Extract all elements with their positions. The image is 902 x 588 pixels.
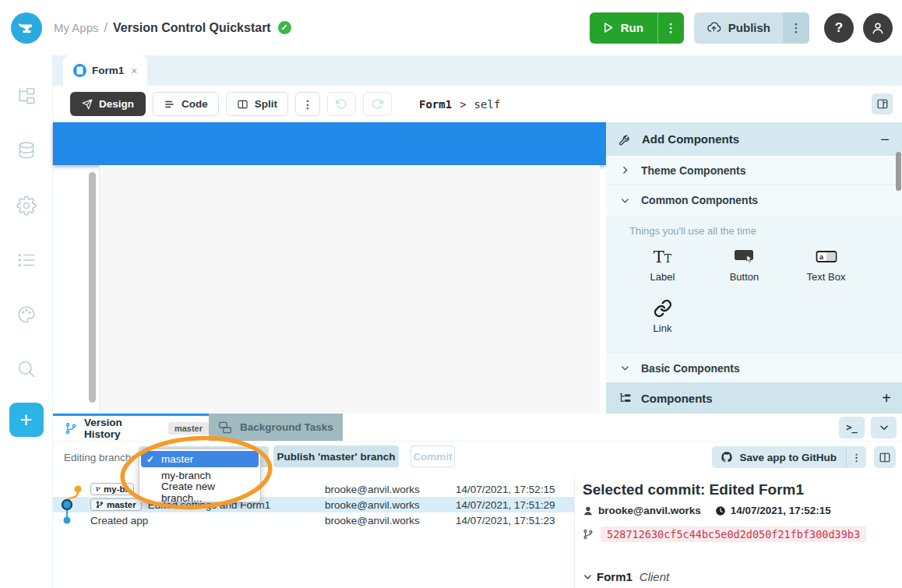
- section-basic-components[interactable]: Basic Components: [606, 353, 902, 382]
- console-button[interactable]: >_: [839, 417, 865, 438]
- breadcrumb-app-name[interactable]: Version Control Quickstart: [113, 21, 271, 35]
- sidebar-item-app-browser[interactable]: [0, 69, 52, 124]
- toolbar-more-button[interactable]: ⋮: [295, 92, 320, 116]
- theme-components-label: Theme Components: [641, 164, 746, 177]
- component-button[interactable]: Button: [703, 246, 785, 298]
- github-menu-button[interactable]: ⋮: [846, 446, 866, 468]
- account-button[interactable]: [863, 13, 893, 43]
- collapse-icon[interactable]: −: [880, 132, 890, 147]
- panel-layout-toggle-button[interactable]: [872, 93, 893, 114]
- redo-button[interactable]: [363, 92, 392, 116]
- sidebar-item-logs[interactable]: [0, 233, 52, 287]
- list-icon: [16, 250, 37, 270]
- publish-menu-button[interactable]: ⋮: [783, 12, 809, 44]
- kebab-icon: ⋮: [665, 21, 677, 35]
- bottom-panel: Version History master Background Tasks …: [53, 414, 902, 588]
- common-components-body: Things you'll use all the time TT Label …: [606, 215, 902, 353]
- run-button[interactable]: Run: [590, 12, 657, 44]
- commit-hash[interactable]: 528712630cf5c44bc5e0d2d050f21fbf300d39b3: [601, 526, 866, 542]
- code-view-button[interactable]: Code: [153, 92, 219, 116]
- save-github-label: Save app to GitHub: [739, 452, 837, 463]
- panel-divider: [574, 474, 575, 588]
- kebab-icon: ⋮: [302, 98, 313, 111]
- kebab-icon: ⋮: [791, 21, 802, 35]
- commit-button[interactable]: Commit: [410, 445, 455, 467]
- help-button[interactable]: ?: [824, 13, 854, 43]
- user-icon: [583, 505, 594, 516]
- component-label[interactable]: TT Label: [622, 246, 703, 298]
- sidebar-item-settings[interactable]: [0, 178, 52, 233]
- canvas-scrollbar[interactable]: [89, 172, 96, 403]
- sidebar-add-button[interactable]: +: [9, 403, 44, 437]
- sidebar-item-theme[interactable]: [0, 287, 52, 342]
- split-icon: [237, 99, 248, 110]
- components-tree-header[interactable]: Components +: [606, 382, 902, 414]
- github-icon: [721, 451, 733, 463]
- branch-tag-master: master: [90, 498, 142, 511]
- commit-message: Created app: [90, 515, 148, 526]
- tab-form1[interactable]: Form1 ×: [63, 55, 147, 86]
- changed-file-row[interactable]: Form1 Client: [583, 570, 896, 583]
- undo-icon: [336, 98, 347, 110]
- publish-button[interactable]: Publish: [694, 12, 783, 44]
- panel-scrollbar[interactable]: [896, 152, 901, 191]
- publish-branch-button[interactable]: Publish 'master' branch: [273, 445, 399, 467]
- section-theme-components[interactable]: Theme Components: [606, 156, 902, 185]
- bottom-tab-row: Version History master Background Tasks …: [53, 414, 902, 442]
- component-link[interactable]: Link: [622, 298, 703, 349]
- chevron-down-icon: [879, 422, 890, 433]
- component-textbox[interactable]: a Text Box: [785, 246, 867, 298]
- commit-date: 14/07/2021, 17:51:23: [456, 515, 555, 526]
- add-components-header[interactable]: Add Components −: [606, 122, 902, 156]
- branch-tag-my-branch: my-br: [90, 483, 134, 495]
- menu-item-create-branch[interactable]: Create new branch...: [141, 484, 259, 500]
- changed-file-kind: Client: [640, 570, 669, 583]
- menu-item-master[interactable]: ✓ master: [141, 451, 259, 467]
- path-self[interactable]: self: [474, 98, 501, 111]
- expand-icon[interactable]: +: [882, 390, 891, 406]
- selected-commit-detail: Selected commit: Edited Form1 brooke@anv…: [583, 481, 896, 588]
- commit-dot-selected: [62, 500, 72, 509]
- design-canvas[interactable]: [53, 122, 606, 414]
- form-content-area[interactable]: [99, 165, 600, 414]
- tab-version-history[interactable]: Version History master: [53, 414, 209, 441]
- publish-button-group: Publish ⋮: [694, 12, 809, 44]
- form-appbar-component[interactable]: [53, 122, 606, 165]
- editor-tab-bar: Form1 ×: [53, 55, 902, 86]
- run-menu-button[interactable]: ⋮: [657, 12, 684, 44]
- split-view-button[interactable]: Split: [226, 92, 288, 116]
- branch-badge: master: [168, 422, 209, 435]
- commit-list: my-br brooke@anvil.works 14/07/2021, 17:…: [53, 481, 574, 528]
- collapse-panel-button[interactable]: [871, 417, 897, 438]
- add-components-title: Add Components: [642, 132, 871, 146]
- git-branch-icon: [583, 529, 594, 540]
- path-form-name[interactable]: Form1: [419, 98, 452, 111]
- publish-label: Publish: [728, 21, 770, 34]
- breadcrumb-my-apps[interactable]: My Apps: [54, 21, 99, 34]
- chevron-down-icon: [620, 363, 630, 373]
- anvil-logo-icon[interactable]: [11, 12, 42, 44]
- label-icon: TT: [654, 248, 671, 266]
- save-to-github-button[interactable]: Save app to GitHub ⋮: [712, 446, 866, 468]
- chevron-down-icon: [583, 572, 593, 582]
- code-label: Code: [181, 98, 208, 110]
- commit-row-3[interactable]: Created app brooke@anvil.works 14/07/202…: [53, 512, 574, 528]
- tab-close-icon[interactable]: ×: [131, 65, 137, 77]
- commit-row-1[interactable]: my-br brooke@anvil.works 14/07/2021, 17:…: [53, 481, 574, 497]
- section-common-components[interactable]: Common Components: [606, 185, 902, 215]
- history-panel-toggle-button[interactable]: [874, 446, 896, 468]
- sidebar-item-data-tables[interactable]: [0, 124, 52, 178]
- database-icon: [16, 141, 37, 161]
- run-button-group: Run ⋮: [590, 12, 684, 44]
- kebab-icon: ⋮: [851, 452, 861, 463]
- terminal-icon: >_: [846, 422, 857, 433]
- commit-row-2-selected[interactable]: master Edited settings and Form1 brooke@…: [53, 497, 574, 512]
- selected-commit-title: Selected commit: Edited Form1: [583, 481, 896, 498]
- tab-background-tasks[interactable]: Background Tasks: [209, 414, 343, 441]
- commit-hash-row: 528712630cf5c44bc5e0d2d050f21fbf300d39b3: [583, 526, 896, 542]
- commit-date: 14/07/2021, 17:51:29: [456, 499, 555, 511]
- undo-button[interactable]: [327, 92, 356, 116]
- design-view-button[interactable]: Design: [70, 92, 146, 116]
- path-separator: >: [460, 98, 466, 111]
- sidebar-item-search[interactable]: [0, 342, 52, 396]
